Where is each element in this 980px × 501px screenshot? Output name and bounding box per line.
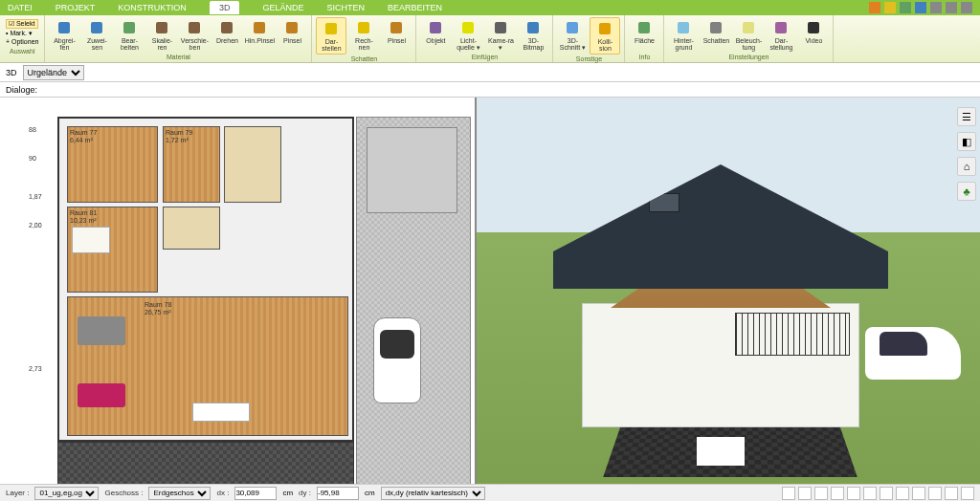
house-icon[interactable]: ⌂	[957, 157, 976, 176]
garage-plan[interactable]	[367, 127, 457, 213]
ribbon-group-einstellungen: Hinter-grundSchattenBeleuch-tungDar-stel…	[664, 15, 834, 62]
ribbon-darstellen[interactable]: Dar-stellen	[316, 17, 346, 54]
titlebar-icon-2[interactable]	[884, 2, 896, 13]
titlebar-icon-3[interactable]	[900, 2, 911, 13]
ribbon-darstellung[interactable]: Dar-stellung	[766, 17, 796, 53]
coord-mode-select[interactable]: dx,dy (relativ kartesisch)	[381, 487, 485, 500]
geschoss-select[interactable]: Erdgeschos	[148, 487, 211, 500]
svg-rect-22	[808, 22, 819, 33]
car-3d[interactable]	[865, 327, 961, 380]
ribbon-kamera[interactable]: Kame-ra ▾	[485, 17, 516, 53]
armchair-furniture[interactable]	[78, 316, 125, 345]
ribbon-hinpinsel[interactable]: Hin.Pinsel	[244, 17, 275, 53]
ribbon-group-auswahl: ☑ Selekt • Mark. ▾ + Optionen Auswahl	[0, 15, 45, 62]
layer-select[interactable]: 01_ug,eg,og	[34, 487, 99, 500]
svg-rect-15	[567, 22, 578, 33]
dy-input[interactable]	[317, 487, 359, 500]
svg-rect-4	[189, 22, 200, 33]
ribbon-verschieben[interactable]: Verschie-ben	[179, 17, 210, 53]
menu-3d[interactable]: 3D	[210, 1, 240, 14]
ribbon-skalieren[interactable]: Skalie-ren	[146, 17, 177, 53]
options-toggle[interactable]: + Optionen	[6, 38, 38, 45]
status-icon[interactable]	[896, 487, 909, 500]
svg-rect-7	[286, 22, 298, 33]
ribbon-icon	[388, 19, 405, 36]
ribbon-pinsel[interactable]: Pinsel	[381, 17, 412, 54]
tree-icon[interactable]: ♣	[957, 182, 976, 201]
ribbon-icon	[707, 19, 724, 36]
ribbon-schatten[interactable]: Schatten	[701, 17, 731, 53]
ribbon-zuweisen[interactable]: Zuwei-sen	[81, 17, 112, 53]
ribbon-abgreifen[interactable]: Abgrei-fen	[49, 17, 79, 53]
status-icon[interactable]	[945, 487, 958, 500]
status-icon[interactable]	[880, 487, 893, 500]
ribbon-icon	[427, 19, 444, 36]
status-icon[interactable]	[847, 487, 860, 500]
status-icon[interactable]	[961, 487, 974, 500]
svg-rect-14	[527, 22, 539, 33]
status-icon[interactable]	[912, 487, 925, 500]
ribbon-lichtquelle[interactable]: Licht-quelle ▾	[453, 17, 483, 53]
close-icon[interactable]	[961, 2, 972, 13]
stairwell[interactable]	[224, 126, 281, 203]
view-selector[interactable]: Urgelände	[23, 65, 84, 80]
mark-toggle[interactable]: • Mark. ▾	[6, 30, 38, 37]
cube-icon[interactable]: ◧	[957, 132, 976, 151]
status-icon[interactable]	[782, 487, 795, 500]
sofa-furniture[interactable]	[78, 383, 125, 407]
workspace: Raum 776,44 m² Raum 791,72 m² Raum 8110,…	[0, 98, 980, 484]
ribbon-drehen[interactable]: Drehen	[212, 17, 242, 53]
ribbon-rechnen[interactable]: Rech-nen	[348, 17, 379, 54]
svg-rect-10	[390, 22, 402, 33]
titlebar-icon-1[interactable]	[869, 2, 880, 13]
3d-view-pane[interactable]: ☰ ◧ ⌂ ♣	[477, 98, 980, 484]
room-small[interactable]	[163, 207, 220, 250]
menu-gelaende[interactable]: GELÄNDE	[262, 3, 303, 12]
menu-projekt[interactable]: PROJEKT	[56, 3, 96, 12]
status-icon[interactable]	[863, 487, 877, 500]
ribbon-kollision[interactable]: Kolli-sion	[590, 17, 620, 54]
ribbon-video[interactable]: Video	[798, 17, 829, 53]
house-3d[interactable]	[563, 164, 879, 451]
status-icon[interactable]	[798, 487, 812, 500]
minimize-icon[interactable]	[930, 2, 942, 13]
svg-rect-5	[221, 22, 233, 33]
room-79[interactable]: Raum 791,72 m²	[163, 126, 220, 203]
room-81[interactable]: Raum 8110,23 m²	[67, 207, 158, 293]
terrace-plan[interactable]	[57, 442, 354, 484]
ribbon-bearbeiten[interactable]: Bear-beiten	[114, 17, 145, 53]
help-icon[interactable]	[915, 2, 926, 13]
menu-bearbeiten[interactable]: BEARBEITEN	[388, 3, 442, 12]
ribbon-pinsel[interactable]: Pinsel	[277, 17, 307, 53]
status-icon[interactable]	[831, 487, 844, 500]
status-icon[interactable]	[928, 487, 942, 500]
menu-konstruktion[interactable]: KONSTRUKTION	[118, 3, 187, 12]
ribbon-icon	[56, 19, 73, 36]
unit-label: cm	[282, 489, 293, 497]
car-plan[interactable]	[373, 317, 421, 403]
svg-rect-13	[495, 22, 506, 33]
ribbon-hintergrund[interactable]: Hinter-grund	[668, 17, 699, 53]
ribbon-group-info: Fläche Info	[625, 15, 664, 62]
ribbon-dbitmap[interactable]: 3D-Bitmap	[518, 17, 548, 53]
ribbon-objekt[interactable]: Objekt	[420, 17, 451, 53]
bed-furniture[interactable]	[72, 227, 110, 253]
floorplan-pane[interactable]: Raum 776,44 m² Raum 791,72 m² Raum 8110,…	[0, 98, 477, 484]
status-icon[interactable]	[814, 487, 828, 500]
driveway-plan[interactable]	[356, 117, 471, 484]
menu-sichten[interactable]: SICHTEN	[326, 3, 365, 12]
dx-input[interactable]	[234, 487, 277, 500]
menu-datei[interactable]: DATEI	[8, 3, 33, 12]
svg-rect-2	[123, 22, 135, 33]
ribbon-flche[interactable]: Fläche	[629, 17, 659, 53]
ribbon-beleuchtung[interactable]: Beleuch-tung	[733, 17, 764, 53]
ribbon-dschnitt[interactable]: 3D-Schnitt ▾	[557, 17, 588, 54]
select-toggle[interactable]: ☑ Selekt	[6, 19, 38, 29]
desk-furniture[interactable]	[192, 403, 250, 422]
room-77[interactable]: Raum 776,44 m²	[67, 126, 158, 203]
svg-rect-21	[775, 22, 787, 33]
maximize-icon[interactable]	[946, 2, 957, 13]
layers-icon[interactable]: ☰	[957, 107, 976, 126]
room-78[interactable]: Raum 7826,75 m²	[67, 296, 348, 436]
ribbon-group-einfuegen: ObjektLicht-quelle ▾Kame-ra ▾3D-Bitmap E…	[416, 15, 553, 62]
